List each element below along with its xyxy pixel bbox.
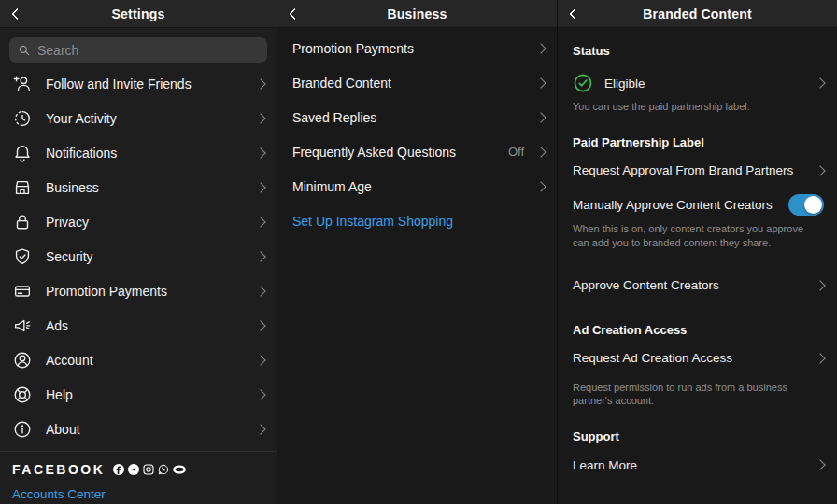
search-input[interactable]: [37, 43, 259, 58]
chevron-right-icon: [815, 77, 825, 88]
sidebar-item-about[interactable]: About: [0, 412, 277, 446]
sidebar-item-privacy[interactable]: Privacy: [0, 204, 277, 239]
chevron-right-icon: [815, 353, 825, 363]
chevron-right-icon: [255, 147, 265, 158]
chevron-right-icon: [255, 251, 265, 261]
section-header-paid-partnership-label: Paid Partnership Label: [573, 135, 824, 149]
facebook-wordmark: FACEBOOK: [12, 462, 105, 477]
chevron-right-icon: [535, 181, 546, 191]
faq-state-value: Off: [508, 145, 524, 159]
menu-item-saved-replies[interactable]: Saved Replies: [277, 100, 557, 134]
chevron-right-icon: [255, 286, 265, 296]
row-label: Request Ad Creation Access: [573, 351, 816, 365]
sidebar-item-label: Promotion Payments: [46, 284, 257, 299]
panel-business: Business Promotion Payments Branded Cont…: [277, 0, 557, 504]
back-icon[interactable]: [569, 7, 581, 20]
back-icon[interactable]: [11, 7, 23, 20]
menu-item-label: Saved Replies: [292, 110, 537, 125]
check-circle-icon: [573, 73, 593, 93]
menu-item-minimum-age[interactable]: Minimum Age: [277, 169, 557, 203]
page-title: Business: [388, 7, 447, 21]
sidebar-item-help[interactable]: Help: [0, 377, 277, 412]
accounts-center-link[interactable]: Accounts Center: [12, 487, 264, 501]
chevron-right-icon: [255, 78, 265, 89]
messenger-icon: [128, 464, 139, 475]
person-circle-icon: [11, 349, 34, 371]
chevron-right-icon: [255, 320, 265, 330]
credit-card-icon: [11, 280, 34, 302]
chevron-right-icon: [535, 77, 546, 88]
sidebar-item-follow-and-invite-friends[interactable]: Follow and Invite Friends: [0, 66, 277, 101]
chevron-right-icon: [535, 43, 546, 53]
request-approval-row[interactable]: Request Approval From Brand Partners: [573, 155, 824, 187]
sidebar-item-label: Ads: [46, 318, 257, 333]
menu-item-branded-content[interactable]: Branded Content: [277, 65, 557, 100]
sidebar-item-business[interactable]: Business: [0, 170, 277, 204]
instagram-icon: [143, 464, 154, 475]
chevron-right-icon: [255, 217, 265, 227]
section-header-status: Status: [573, 44, 824, 58]
menu-item-label: Frequently Asked Questions: [292, 145, 508, 160]
bell-icon: [11, 142, 34, 164]
facebook-icon: [113, 464, 124, 475]
menu-item-promotion-payments[interactable]: Promotion Payments: [277, 31, 557, 65]
menu-item-set-up-instagram-shopping[interactable]: Set Up Instagram Shopping: [277, 203, 557, 238]
sidebar-item-label: Your Activity: [46, 111, 257, 126]
sidebar-item-security[interactable]: Security: [0, 239, 277, 273]
chevron-right-icon: [255, 182, 265, 192]
storefront-icon: [11, 176, 34, 199]
info-circle-icon: [11, 418, 34, 441]
shield-check-icon: [11, 245, 34, 268]
sidebar-item-label: Business: [46, 180, 257, 195]
panel-branded-content: Branded Content Status Eligible You can …: [557, 0, 837, 504]
chevron-right-icon: [255, 424, 265, 434]
row-label: Learn More: [573, 458, 816, 472]
activity-clock-icon: [11, 107, 34, 130]
chevron-right-icon: [815, 460, 825, 470]
manually-approve-caption: When this is on, only content creators y…: [573, 222, 808, 250]
megaphone-icon: [11, 315, 34, 337]
row-label: Request Approval From Brand Partners: [573, 163, 816, 177]
chevron-right-icon: [255, 389, 265, 399]
approve-content-creators-row[interactable]: Approve Content Creators: [573, 270, 824, 301]
toggle-knob: [804, 196, 822, 214]
section-header-support: Support: [573, 429, 824, 443]
status-caption: You can use the paid partnership label.: [573, 100, 808, 114]
chevron-right-icon: [535, 112, 546, 122]
search-bar[interactable]: [9, 37, 267, 63]
panel-settings: Settings Follow and Invite Friends: [0, 0, 277, 504]
sidebar-item-label: Security: [46, 249, 257, 264]
sidebar-item-label: About: [46, 422, 257, 437]
sidebar-item-label: Help: [46, 387, 257, 402]
menu-item-frequently-asked-questions[interactable]: Frequently Asked Questions Off: [277, 134, 557, 169]
chevron-right-icon: [815, 165, 825, 175]
back-icon[interactable]: [289, 7, 301, 20]
menu-item-label: Set Up Instagram Shopping: [292, 214, 545, 229]
sidebar-item-account[interactable]: Account: [0, 343, 277, 377]
sidebar-item-label: Privacy: [46, 215, 257, 230]
sidebar-item-label: Notifications: [46, 146, 257, 161]
chevron-right-icon: [815, 280, 825, 290]
ad-creation-caption: Request permission to run ads from a bus…: [573, 381, 808, 409]
menu-item-label: Promotion Payments: [292, 41, 537, 56]
menu-item-label: Branded Content: [292, 76, 537, 91]
facebook-footer: FACEBOOK: [0, 452, 277, 501]
chevron-right-icon: [255, 113, 265, 123]
section-header-ad-creation-access: Ad Creation Access: [573, 323, 824, 337]
status-value: Eligible: [604, 77, 816, 91]
whatsapp-icon: [158, 464, 169, 475]
business-header: Business: [277, 0, 557, 28]
sidebar-item-label: Account: [46, 353, 257, 368]
lifebuoy-icon: [11, 384, 34, 406]
sidebar-item-notifications[interactable]: Notifications: [0, 135, 277, 170]
status-eligible-row[interactable]: Eligible: [573, 70, 824, 96]
sidebar-item-ads[interactable]: Ads: [0, 308, 277, 343]
sidebar-item-your-activity[interactable]: Your Activity: [0, 101, 277, 135]
learn-more-row[interactable]: Learn More: [573, 449, 824, 481]
sidebar-item-promotion-payments[interactable]: Promotion Payments: [0, 273, 277, 308]
page-title: Settings: [112, 7, 165, 21]
settings-header: Settings: [0, 0, 277, 28]
request-ad-creation-access-row[interactable]: Request Ad Creation Access: [573, 343, 824, 374]
manually-approve-toggle[interactable]: [788, 194, 824, 216]
chevron-right-icon: [535, 147, 546, 157]
